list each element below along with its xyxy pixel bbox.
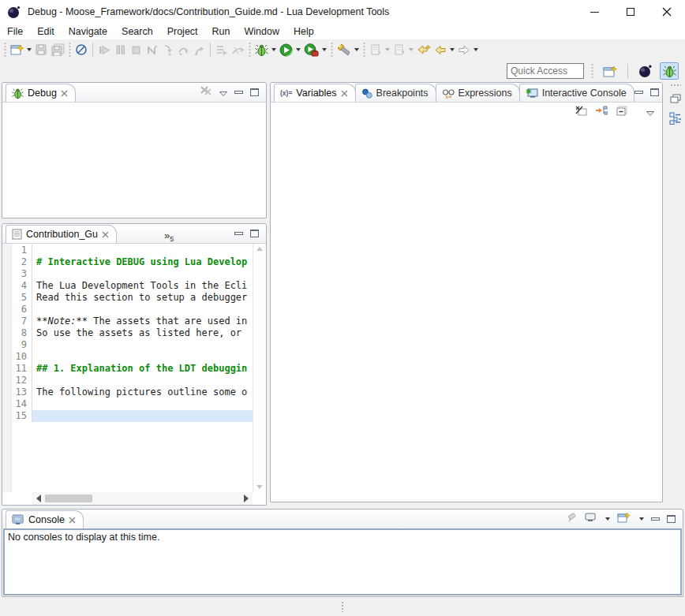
editor-vertical-scrollbar[interactable] [253, 244, 266, 492]
step-over-button[interactable] [175, 41, 191, 58]
lua-perspective-button[interactable] [636, 62, 655, 80]
editor-line[interactable]: 10 [13, 351, 253, 363]
debug-perspective-button[interactable] [660, 62, 679, 80]
scroll-up-icon[interactable] [256, 247, 263, 251]
editor-text-area[interactable]: 1 2 # Interactive DEBUG using Lua Develo… [2, 244, 253, 492]
toolbar-grip[interactable] [362, 43, 366, 57]
menu-run[interactable]: Run [205, 24, 238, 39]
editor-line[interactable]: 14 [13, 398, 253, 410]
toolbar-grip[interactable] [68, 43, 72, 57]
skip-all-breakpoints-button[interactable] [73, 41, 89, 58]
scrollbar-thumb[interactable] [45, 495, 92, 502]
menu-edit[interactable]: Edit [30, 24, 62, 39]
display-console-dropdown-icon[interactable] [605, 517, 610, 521]
tab-contribution-guide[interactable]: Contribution_Gu [6, 225, 117, 243]
resume-button[interactable] [96, 41, 112, 58]
editor-line[interactable]: 3 [13, 268, 253, 280]
tab-variables[interactable]: (x)= Variables [274, 84, 356, 102]
show-logical-structure-icon[interactable] [595, 105, 608, 119]
search-button[interactable] [335, 41, 361, 58]
editor-line[interactable]: 8 So use the assets as listed here, or [13, 327, 253, 339]
sash-left-right[interactable] [267, 82, 270, 502]
show-type-names-icon[interactable] [575, 105, 587, 119]
menu-navigate[interactable]: Navigate [62, 24, 114, 39]
editor-line[interactable]: 9 [13, 339, 253, 351]
step-into-button[interactable] [159, 41, 175, 58]
step-return-button[interactable] [191, 41, 207, 58]
open-console-icon[interactable] [617, 512, 631, 527]
tab-console[interactable]: Console [6, 510, 84, 528]
suspend-button[interactable] [112, 41, 128, 58]
save-button[interactable] [33, 41, 49, 58]
tab-close-icon[interactable] [102, 231, 109, 238]
maximize-view-icon[interactable] [250, 230, 259, 237]
minimize-view-icon[interactable] [234, 91, 243, 94]
tab-debug[interactable]: Debug [6, 84, 76, 102]
editor-horizontal-scrollbar[interactable] [32, 492, 253, 505]
editor-line[interactable]: 7 **Note:** The assets that are used in [13, 315, 253, 327]
window-close-button[interactable] [649, 0, 685, 24]
maximize-view-icon[interactable] [650, 88, 659, 96]
external-tools-button[interactable] [302, 41, 328, 58]
tab-close-icon[interactable] [341, 90, 348, 97]
annotation-ruler[interactable] [2, 244, 12, 492]
maximize-view-icon[interactable] [667, 515, 676, 523]
scroll-left-icon[interactable] [36, 495, 41, 502]
sash-debug-editor[interactable] [2, 218, 267, 223]
editor-line[interactable]: 13 The following pictures outline some o [13, 386, 253, 398]
menu-file[interactable]: File [0, 24, 30, 39]
variables-view-content[interactable] [271, 121, 662, 502]
save-all-button[interactable] [49, 41, 66, 58]
editor-line[interactable]: 12 [13, 375, 253, 386]
next-annotation-button[interactable] [391, 41, 415, 58]
debug-view-content[interactable] [2, 102, 266, 218]
window-maximize-button[interactable] [612, 0, 649, 24]
editor-line[interactable]: 2 # Interactive DEBUG using Lua Develop [13, 256, 253, 268]
terminate-button[interactable] [128, 41, 144, 58]
menu-search[interactable]: Search [114, 24, 160, 39]
tab-interactive-console[interactable]: ✱ Interactive Console [519, 84, 634, 102]
view-menu-icon[interactable] [646, 105, 654, 119]
toolbar-grip[interactable] [590, 64, 594, 78]
minimize-view-icon[interactable] [234, 232, 243, 235]
scroll-down-icon[interactable] [256, 485, 263, 489]
toolbar-grip[interactable] [330, 43, 334, 57]
minimize-view-icon[interactable] [634, 91, 643, 94]
quick-access-input[interactable] [507, 63, 584, 79]
editor-line[interactable]: 5 Read this section to setup a debugger [13, 292, 253, 304]
editor-line[interactable]: 1 [13, 245, 253, 256]
trim-drag-handle[interactable] [670, 84, 681, 87]
sash-console[interactable] [2, 506, 683, 509]
debug-button[interactable] [253, 41, 278, 58]
tab-breakpoints[interactable]: Breakpoints [355, 84, 436, 102]
restore-view-icon[interactable] [670, 92, 681, 106]
view-menu-icon[interactable] [219, 85, 227, 99]
maximize-view-icon[interactable] [250, 88, 259, 96]
remove-all-terminated-icon[interactable] [200, 85, 212, 99]
window-minimize-button[interactable] [576, 0, 612, 24]
menu-project[interactable]: Project [160, 24, 205, 39]
scroll-right-icon[interactable] [244, 495, 249, 502]
status-drag-handle[interactable] [341, 601, 344, 612]
menu-window[interactable]: Window [238, 24, 286, 39]
pin-console-icon[interactable] [567, 512, 578, 526]
hidden-editors-chevron[interactable]: »5 [164, 230, 174, 243]
new-wizard-button[interactable] [9, 41, 33, 58]
tab-close-icon[interactable] [61, 90, 68, 97]
back-button[interactable] [432, 41, 456, 58]
toolbar-grip[interactable] [248, 43, 252, 57]
minimize-view-icon[interactable] [651, 517, 660, 521]
open-console-dropdown-icon[interactable] [639, 517, 644, 521]
toggle-step-filters-button[interactable] [230, 41, 246, 58]
tab-close-icon[interactable] [69, 517, 76, 524]
use-step-filters-button[interactable] [214, 41, 230, 58]
outline-view-icon[interactable] [669, 112, 682, 128]
tab-expressions[interactable]: x= Expressions [436, 84, 520, 102]
editor-line[interactable]: 11 ## 1. Explanation of the LDT debuggin [13, 363, 253, 375]
disconnect-button[interactable] [144, 41, 159, 58]
forward-button[interactable] [456, 41, 480, 58]
previous-annotation-button[interactable] [368, 41, 391, 58]
last-edit-location-button[interactable] [415, 41, 432, 58]
display-selected-console-icon[interactable] [585, 512, 597, 526]
editor-line[interactable]: 15 [13, 410, 253, 422]
